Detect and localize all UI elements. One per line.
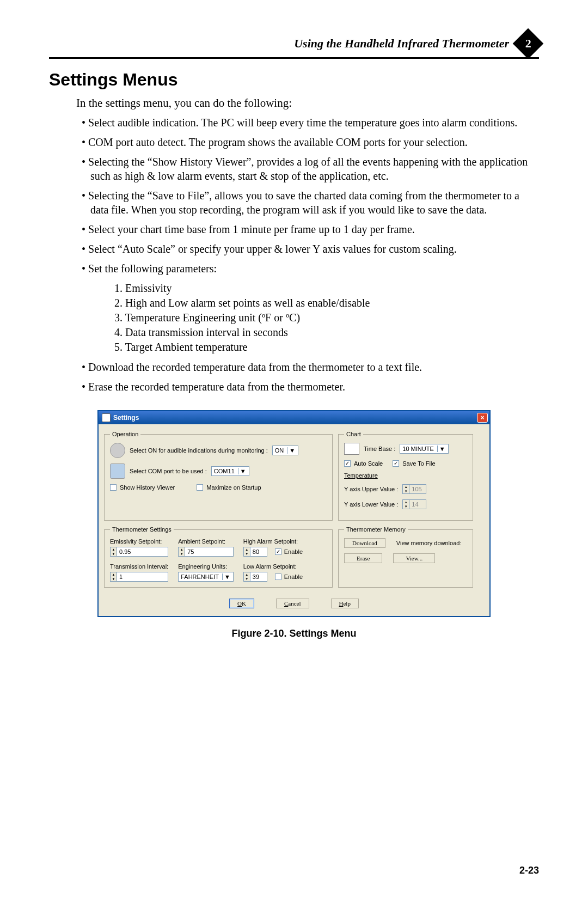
ok-button[interactable]: OK <box>229 599 254 608</box>
dialog-title: Settings <box>113 414 139 422</box>
high-enable-checkbox[interactable]: ✓ <box>275 548 281 555</box>
savetofile-label: Save To File <box>402 460 435 467</box>
eng-label: Engineering Units: <box>178 563 234 570</box>
operation-legend: Operation <box>110 431 140 437</box>
figure-caption: Figure 2-10. Settings Menu <box>97 628 491 639</box>
bullet-item: Selecting the “Save to File”, allows you… <box>82 188 539 217</box>
maximize-label: Maximize on Startup <box>206 484 261 491</box>
high-spinner[interactable]: ▲▼80 <box>243 547 267 557</box>
dialog-body: Operation Select ON for audible indicati… <box>99 424 489 616</box>
savetofile-checkbox[interactable]: ✓ <box>393 460 399 467</box>
ylower-spinner[interactable]: ▲▼14 <box>402 499 426 509</box>
thermometer-settings-group: Thermometer Settings Emissivity Setpoint… <box>104 526 333 588</box>
ambient-spinner[interactable]: ▲▼75 <box>178 547 234 557</box>
chevron-down-icon: ▼ <box>287 447 297 454</box>
history-label: Show History Viewer <box>120 484 175 491</box>
low-spinner[interactable]: ▲▼39 <box>243 572 267 582</box>
settings-dialog: Settings × Operation Select ON for audib… <box>97 410 491 617</box>
operation-group: Operation Select ON for audible indicati… <box>104 431 333 521</box>
trans-spinner[interactable]: ▲▼1 <box>110 572 168 582</box>
chevron-down-icon: ▼ <box>238 468 248 474</box>
download-label: View memory download: <box>396 540 462 546</box>
ylower-label: Y axis Lower Value : <box>344 501 398 508</box>
chapter-badge: 2 <box>513 28 544 59</box>
page-header: Using the Handheld Infrared Thermometer … <box>49 33 539 54</box>
history-checkbox[interactable] <box>110 484 117 491</box>
bullet-item: Set the following parameters: <box>82 261 539 276</box>
emissivity-spinner[interactable]: ▲▼0.95 <box>110 547 168 557</box>
chart-group: Chart Time Base : 10 MINUTE▼ ✓ Auto Scal… <box>338 431 473 521</box>
help-button[interactable]: Help <box>331 599 359 608</box>
close-icon[interactable]: × <box>477 413 488 423</box>
section-heading: Settings Menus <box>49 70 539 90</box>
low-enable-label: Enable <box>284 574 303 580</box>
comport-select[interactable]: COM11▼ <box>211 466 249 476</box>
intro-text: In the settings menu, you can do the fol… <box>76 96 539 110</box>
erase-button[interactable]: Erase <box>344 553 382 563</box>
app-icon <box>102 413 111 422</box>
comport-label: Select COM port to be used : <box>130 468 207 474</box>
bullet-item: Selecting the “Show History Viewer”, pro… <box>82 155 539 183</box>
chart-icon <box>344 443 359 455</box>
audible-select[interactable]: ON▼ <box>272 446 298 455</box>
emissivity-label: Emissivity Setpoint: <box>110 538 168 545</box>
figure-settings-dialog: Settings × Operation Select ON for audib… <box>97 410 491 639</box>
cancel-button[interactable]: Cancel <box>276 599 309 608</box>
yupper-label: Y axis Upper Value : <box>344 486 398 492</box>
sub-item: 2. High and Low alarm set points as well… <box>114 296 539 310</box>
yupper-spinner[interactable]: ▲▼105 <box>402 484 426 494</box>
header-title: Using the Handheld Infrared Thermometer <box>294 36 509 51</box>
bullet-item: Select audible indication. The PC will b… <box>82 115 539 130</box>
chevron-down-icon: ▼ <box>222 574 232 580</box>
temperature-label: Temperature <box>344 472 378 479</box>
maximize-checkbox[interactable] <box>197 484 203 491</box>
sub-item: 5. Target Ambient temperature <box>114 340 539 355</box>
sub-item: 4. Data transmission interval in seconds <box>114 325 539 340</box>
view-button[interactable]: View... <box>393 553 435 563</box>
download-button[interactable]: Download <box>344 538 385 548</box>
header-rule <box>49 57 539 59</box>
ambient-label: Ambient Setpoint: <box>178 538 234 545</box>
autoscale-checkbox[interactable]: ✓ <box>344 460 351 467</box>
bullet-list: Select audible indication. The PC will b… <box>82 115 539 276</box>
trans-label: Transmission Interval: <box>110 563 168 570</box>
bullet-item: COM port auto detect. The program shows … <box>82 135 539 149</box>
sub-list: 1. Emissivity 2. High and Low alarm set … <box>114 281 539 355</box>
computer-icon <box>110 463 125 479</box>
bullet-list-2: Download the recorded temperature data f… <box>82 360 539 394</box>
bullet-item: Download the recorded temperature data f… <box>82 360 539 374</box>
autoscale-label: Auto Scale <box>354 460 383 467</box>
thermo-legend: Thermometer Settings <box>110 526 174 533</box>
bullet-item: Select “Auto Scale” or specify your uppe… <box>82 242 539 256</box>
high-label: High Alarm Setpoint: <box>243 538 303 545</box>
speaker-icon <box>110 443 125 458</box>
memory-legend: Thermometer Memory <box>344 526 408 533</box>
eng-select[interactable]: FAHRENHEIT▼ <box>178 572 234 582</box>
timebase-select[interactable]: 10 MINUTE▼ <box>400 444 448 454</box>
titlebar: Settings × <box>99 411 489 424</box>
chart-legend: Chart <box>344 431 363 437</box>
high-enable-label: Enable <box>284 548 303 555</box>
low-label: Low Alarm Setpoint: <box>243 563 303 570</box>
dialog-button-row: OK Cancel Help <box>104 593 484 608</box>
thermometer-memory-group: Thermometer Memory Download View memory … <box>338 526 473 588</box>
audible-label: Select ON for audible indications during… <box>130 447 268 454</box>
bullet-item: Erase the recorded temperature data from… <box>82 380 539 394</box>
timebase-label: Time Base : <box>364 446 395 452</box>
bullet-item: Select your chart time base from 1 minut… <box>82 222 539 236</box>
page-number: 2-23 <box>519 865 539 876</box>
sub-item: 3. Temperature Engineering unit (ºF or º… <box>114 310 539 325</box>
low-enable-checkbox[interactable] <box>275 574 281 580</box>
sub-item: 1. Emissivity <box>114 281 539 296</box>
chevron-down-icon: ▼ <box>437 446 447 452</box>
